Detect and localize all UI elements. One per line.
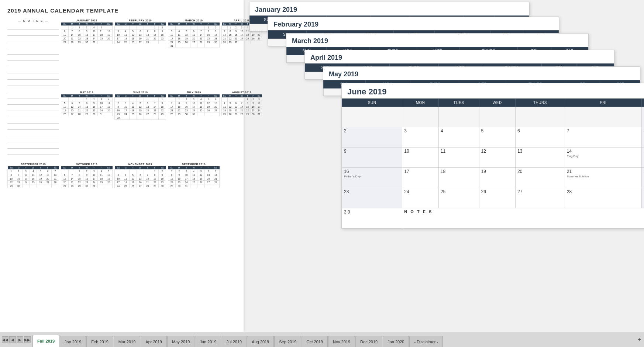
mini-cal-jul: JULY 2019 SuMTWTFSa 123456 78910111213 1… <box>168 91 220 161</box>
notes-line <box>7 43 59 48</box>
tab-jul-2019[interactable]: Jul 2019 <box>222 336 247 347</box>
cal-cell: 4 <box>438 127 479 148</box>
tab-may-2019[interactable]: May 2019 <box>167 336 194 347</box>
tab-nav-first[interactable]: ◀◀ <box>2 336 8 343</box>
cal-cell: 29 <box>641 188 644 208</box>
main-area: 2019 ANNUAL CALENDAR TEMPLATE JANUARY 20… <box>0 0 644 332</box>
feb-header: February 2019 <box>268 17 559 30</box>
cal-cell: 1 <box>641 107 644 127</box>
tab-disclaimer[interactable]: - Disclaimer - <box>409 336 443 347</box>
tab-mar-2019[interactable]: Mar 2019 <box>114 336 140 347</box>
cal-cell <box>479 107 516 127</box>
jan-header: January 2019 <box>249 2 529 15</box>
table-row: 23 24 25 26 27 28 29 <box>342 188 644 208</box>
notes-line <box>7 56 59 61</box>
table-row: 9 10 11 12 13 14Flag Day 15 <box>342 148 644 168</box>
notes-line <box>7 87 59 92</box>
tabs-container: Full 2019 Jan 2019 Feb 2019 Mar 2019 Apr… <box>32 332 634 347</box>
notes-column: — N O T E S — <box>7 19 59 161</box>
event-summer-solstice: Summer Solstice <box>567 175 640 178</box>
cal-cell: 11 <box>438 148 479 168</box>
cal-cell: 20 <box>516 168 565 188</box>
cal-cell <box>438 107 479 127</box>
tab-nav-controls: ◀◀ ◀ ▶ ▶▶ <box>0 332 32 347</box>
notes-line <box>7 81 59 86</box>
mini-cal-jan: JANUARY 2019 SuMTWTFSa 12345 6789101112 … <box>61 19 113 89</box>
cal-cell: 15 <box>641 148 644 168</box>
cal-cell: 16Father's Day <box>342 168 402 188</box>
cal-cell: 5 <box>479 127 516 148</box>
cal-cell: 24 <box>402 188 439 208</box>
notes-line <box>7 118 59 124</box>
notes-line <box>7 112 59 117</box>
notes-line <box>7 74 59 80</box>
tab-full-2019[interactable]: Full 2019 <box>32 335 59 347</box>
mini-cal-dec: DECEMBER 2019 SuMTWTFSa 1234567 89101112… <box>168 163 220 188</box>
mini-cal-sep: SEPTEMBER 2019 SuMTWTFSa 1234567 8910111… <box>7 163 59 188</box>
tab-apr-2019[interactable]: Apr 2019 <box>141 336 167 347</box>
mini-calendars-container: JANUARY 2019 SuMTWTFSa 12345 6789101112 … <box>7 19 238 188</box>
notes-line <box>7 100 59 105</box>
tab-dec-2019[interactable]: Dec 2019 <box>355 336 382 347</box>
cal-cell: 8 <box>641 127 644 148</box>
cal-cell <box>402 107 439 127</box>
cal-cell: 28 <box>565 188 641 208</box>
event-flag-day: Flag Day <box>567 155 640 158</box>
notes-line <box>7 131 59 136</box>
stacked-cal-june: June 2019 SUN MON TUES WED THURS FRI SAT <box>341 83 644 229</box>
table-row: 2 3 4 5 6 7 8 <box>342 127 644 148</box>
notes-line <box>7 106 59 111</box>
tab-oct-2019[interactable]: Oct 2019 <box>302 336 328 347</box>
tab-nav-last[interactable]: ▶▶ <box>24 336 31 343</box>
mini-cal-mar: MARCH 2019 SuMTWTFSa 12 3456789 10111213… <box>168 19 220 89</box>
mar-header: March 2019 <box>286 34 588 47</box>
cal-cell: 9 <box>342 148 402 168</box>
cal-cell: 10 <box>402 148 439 168</box>
notes-line <box>7 125 59 130</box>
cal-cell: 30 <box>342 208 402 229</box>
tab-nav-prev[interactable]: ◀ <box>9 336 16 343</box>
cal-cell <box>516 107 565 127</box>
cal-cell: 19 <box>479 168 516 188</box>
tab-nov-2019[interactable]: Nov 2019 <box>328 336 355 347</box>
tab-nav-next[interactable]: ▶ <box>17 336 23 343</box>
cal-cell: 18 <box>438 168 479 188</box>
cal-cell: 12 <box>479 148 516 168</box>
page-title: 2019 ANNUAL CALENDAR TEMPLATE <box>7 7 238 14</box>
tab-sep-2019[interactable]: Sep 2019 <box>274 336 301 347</box>
notes-line <box>7 156 59 161</box>
notes-line <box>7 24 59 30</box>
cal-cell: 7 <box>565 127 641 148</box>
cal-cell: 21Summer Solstice <box>565 168 641 188</box>
notes-line <box>7 31 59 36</box>
cal-cell <box>342 107 402 127</box>
tab-bar: ◀◀ ◀ ▶ ▶▶ Full 2019 Jan 2019 Feb 2019 Ma… <box>0 332 644 347</box>
notes-line <box>7 49 59 55</box>
cal-cell: 26 <box>479 188 516 208</box>
cal-cell: 13 <box>516 148 565 168</box>
notes-lines <box>7 24 59 161</box>
tab-feb-2019[interactable]: Feb 2019 <box>86 336 113 347</box>
apr-header: April 2019 <box>305 50 614 63</box>
notes-line <box>7 137 59 142</box>
notes-line <box>7 143 59 149</box>
notes-cell: N O T E S <box>402 208 644 229</box>
tab-jan-2019[interactable]: Jan 2019 <box>60 336 86 347</box>
add-sheet-button[interactable]: + <box>635 335 644 344</box>
cal-cell <box>565 107 641 127</box>
notes-label: — N O T E S — <box>7 19 59 22</box>
table-row: 1 <box>342 107 644 127</box>
tab-aug-2019[interactable]: Aug 2019 <box>247 336 274 347</box>
jun-header: June 2019 <box>342 83 644 98</box>
cal-cell: 3 <box>402 127 439 148</box>
notes-line <box>7 68 59 73</box>
notes-line <box>7 62 59 67</box>
cal-cell: 17 <box>402 168 439 188</box>
event-fathers-day: Father's Day <box>344 175 400 178</box>
mini-cal-oct: OCTOBER 2019 SuMTWTFSa 12345 6789101112 … <box>61 163 113 188</box>
tab-jun-2019[interactable]: Jun 2019 <box>195 336 221 347</box>
cal-cell: 27 <box>516 188 565 208</box>
notes-line <box>7 150 59 155</box>
tab-jan-2020[interactable]: Jan 2020 <box>383 336 409 347</box>
cal-cell: 22 <box>641 168 644 188</box>
